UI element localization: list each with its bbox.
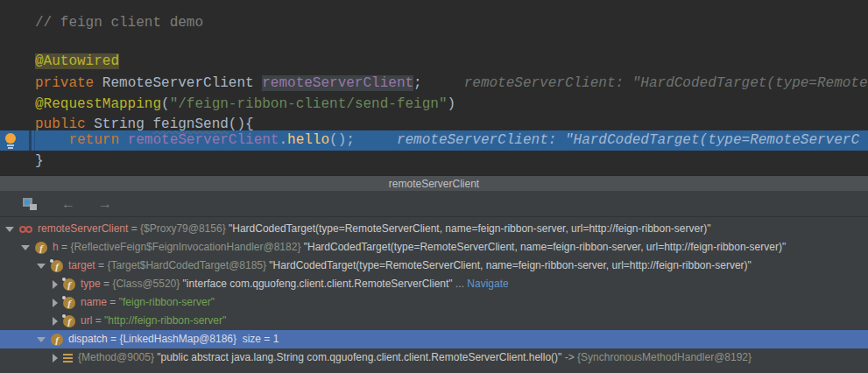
tree-row[interactable]: furl = "http://feign-ribbon-server" (0, 312, 868, 330)
code-line[interactable]: // feign client demo (0, 14, 868, 32)
text-segment: remoteServerClient (38, 220, 128, 238)
text-segment: hello (287, 132, 329, 148)
text-segment: String (86, 116, 153, 132)
text-segment: = (108, 330, 120, 348)
forward-arrow-icon[interactable]: → (98, 197, 112, 211)
text-segment: "HardCodedTarget(type=RemoteServerClient… (229, 220, 710, 238)
text-segment: {$Proxy79@8156} (140, 220, 229, 238)
method-icon (63, 354, 73, 362)
final-field-icon: f (51, 260, 63, 272)
text-segment: "http://feign-ribbon-server" (104, 312, 226, 330)
text-segment: remoteServerClient: "HardCodedTarget(typ… (355, 132, 859, 148)
text-segment: {ReflectiveFeign$FeignInvocationHandler@… (70, 238, 303, 257)
chevron-down-icon[interactable] (37, 264, 46, 269)
text-segment: "HardCodedTarget(type=RemoteServerClient… (304, 238, 786, 257)
tree-row[interactable]: remoteServerClient = {$Proxy79@8156} "Ha… (0, 220, 868, 238)
tree-row[interactable]: fdispatch = {LinkedHashMap@8186} size = … (0, 330, 868, 348)
final-field-icon: f (63, 315, 75, 327)
text-segment: {Class@5520} (112, 275, 182, 293)
text-segment: {LinkedHashMap@8186} (119, 330, 236, 348)
text-segment: public (35, 116, 86, 132)
code-line[interactable]: @RequestMapping("/feign-ribbon-client/se… (0, 95, 868, 114)
code-editor[interactable]: return remoteServerClient.hello(); remot… (0, 0, 868, 175)
text-segment: {Method@9005} (78, 348, 157, 367)
text-segment: = (92, 312, 104, 330)
code-line[interactable]: } (0, 152, 868, 171)
chevron-down-icon[interactable] (21, 245, 30, 250)
code-line[interactable]: public String feignSend(){ (0, 116, 868, 134)
text-segment: target (68, 257, 95, 275)
text-segment: } (35, 153, 44, 169)
field-icon: f (51, 334, 63, 346)
text-segment: feignSend (152, 116, 228, 132)
field-icon: f (35, 242, 47, 254)
text-segment: RemoteServerClient (94, 75, 262, 91)
final-field-icon: f (63, 297, 75, 309)
text-segment (35, 132, 68, 148)
text-segment: private (35, 75, 94, 91)
code-line[interactable]: private RemoteServerClient remoteServerC… (0, 74, 868, 93)
chevron-right-icon[interactable] (53, 299, 58, 307)
text-segment: "feign-ribbon-server" (119, 293, 215, 312)
text-segment: @Autowired (35, 53, 119, 69)
text-segment: . (279, 132, 287, 148)
text-segment: = (107, 293, 119, 312)
navigate-link[interactable]: Navigate (467, 275, 508, 293)
tree-row[interactable]: fh = {ReflectiveFeign$FeignInvocationHan… (0, 238, 868, 257)
text-segment: ) (448, 96, 456, 112)
text-segment: "interface com.qguofeng.client.client.Re… (183, 275, 453, 293)
text-segment: url (81, 312, 92, 330)
text-segment: remoteServerClient (128, 132, 279, 148)
variables-tree: remoteServerClient = {$Proxy79@8156} "Ha… (0, 217, 868, 367)
variables-view-icon[interactable] (23, 197, 39, 211)
text-segment: return (68, 132, 119, 148)
text-segment: type (81, 275, 101, 293)
text-segment: = (95, 257, 108, 275)
tree-row[interactable]: ftype = {Class@5520} "interface com.qguo… (0, 275, 868, 293)
text-segment: = (59, 238, 71, 257)
text-segment: ; (413, 75, 422, 91)
text-segment: "/feign-ribbon-client/send-feign" (170, 96, 448, 112)
text-segment: dispatch (68, 330, 108, 348)
popup-title: remoteServerClient (0, 175, 868, 191)
tree-row[interactable]: {Method@9005} "public abstract java.lang… (0, 348, 868, 367)
text-segment (119, 132, 128, 148)
chevron-down-icon[interactable] (37, 337, 46, 342)
popup-toolbar: ← → (0, 191, 868, 217)
text-segment: name (81, 293, 107, 312)
chevron-right-icon[interactable] (53, 317, 58, 326)
chevron-down-icon[interactable] (5, 227, 14, 232)
text-segment: // feign client demo (35, 15, 203, 31)
back-arrow-icon[interactable]: ← (61, 197, 75, 211)
text-segment: ... (453, 275, 468, 293)
text-segment: {Target$HardCodedTarget@8185} (107, 257, 269, 275)
chevron-right-icon[interactable] (53, 354, 58, 362)
debugger-inspect-popup: remoteServerClient ← → remoteServerClien… (0, 175, 868, 373)
text-segment: = (128, 220, 140, 238)
text-segment: {SynchronousMethodHandler@8192} (577, 348, 752, 367)
text-segment: @RequestMapping (35, 96, 161, 112)
text-segment: size = 1 (236, 330, 279, 348)
chevron-right-icon[interactable] (53, 280, 58, 289)
text-segment: -> (561, 348, 577, 367)
tree-row[interactable]: fname = "feign-ribbon-server" (0, 293, 868, 312)
tree-row[interactable]: ftarget = {Target$HardCodedTarget@8185} … (0, 257, 868, 275)
watch-icon (19, 226, 32, 233)
text-segment: (); (329, 132, 355, 148)
final-field-icon: f (63, 278, 75, 291)
text-segment: h (53, 238, 59, 257)
text-segment: (){ (229, 116, 254, 132)
text-segment: "public abstract java.lang.String com.qg… (157, 348, 561, 367)
text-segment: ( (161, 96, 170, 112)
text-segment: "HardCodedTarget(type=RemoteServerClient… (269, 257, 751, 275)
code-line[interactable]: @Autowired (0, 53, 868, 71)
text-segment: = (101, 275, 113, 293)
text-segment: remoteServerClient: "HardCodedTarget(typ… (422, 75, 868, 91)
text-segment: remoteServerClient (262, 75, 413, 91)
